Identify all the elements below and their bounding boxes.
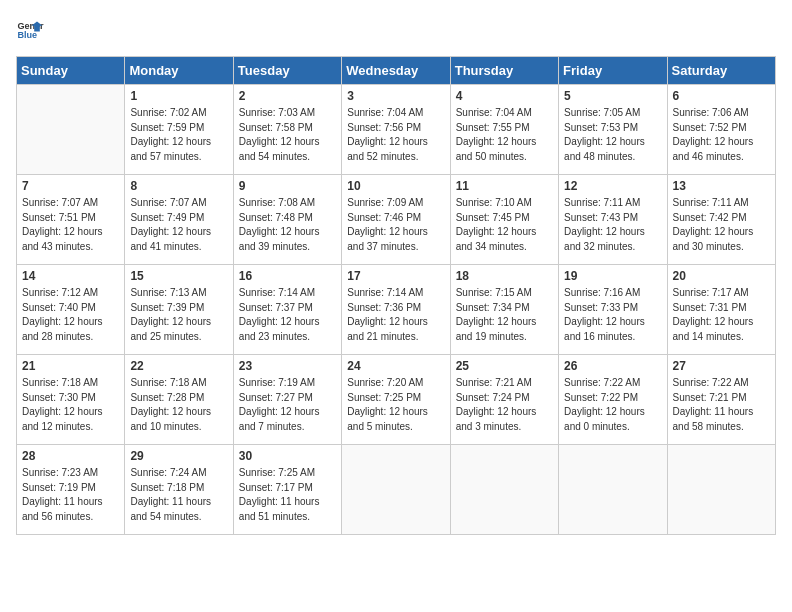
calendar-cell: 12Sunrise: 7:11 AM Sunset: 7:43 PM Dayli… bbox=[559, 175, 667, 265]
calendar-table: SundayMondayTuesdayWednesdayThursdayFrid… bbox=[16, 56, 776, 535]
day-info: Sunrise: 7:18 AM Sunset: 7:28 PM Dayligh… bbox=[130, 376, 227, 434]
day-number: 3 bbox=[347, 89, 444, 103]
day-number: 11 bbox=[456, 179, 553, 193]
day-info: Sunrise: 7:24 AM Sunset: 7:18 PM Dayligh… bbox=[130, 466, 227, 524]
day-header: Monday bbox=[125, 57, 233, 85]
calendar-cell: 4Sunrise: 7:04 AM Sunset: 7:55 PM Daylig… bbox=[450, 85, 558, 175]
calendar-week: 14Sunrise: 7:12 AM Sunset: 7:40 PM Dayli… bbox=[17, 265, 776, 355]
day-info: Sunrise: 7:20 AM Sunset: 7:25 PM Dayligh… bbox=[347, 376, 444, 434]
day-info: Sunrise: 7:12 AM Sunset: 7:40 PM Dayligh… bbox=[22, 286, 119, 344]
calendar-week: 28Sunrise: 7:23 AM Sunset: 7:19 PM Dayli… bbox=[17, 445, 776, 535]
calendar-cell: 1Sunrise: 7:02 AM Sunset: 7:59 PM Daylig… bbox=[125, 85, 233, 175]
day-number: 9 bbox=[239, 179, 336, 193]
day-info: Sunrise: 7:04 AM Sunset: 7:55 PM Dayligh… bbox=[456, 106, 553, 164]
day-number: 28 bbox=[22, 449, 119, 463]
calendar-cell: 13Sunrise: 7:11 AM Sunset: 7:42 PM Dayli… bbox=[667, 175, 775, 265]
day-info: Sunrise: 7:11 AM Sunset: 7:42 PM Dayligh… bbox=[673, 196, 770, 254]
calendar-cell: 6Sunrise: 7:06 AM Sunset: 7:52 PM Daylig… bbox=[667, 85, 775, 175]
day-number: 8 bbox=[130, 179, 227, 193]
calendar-cell: 10Sunrise: 7:09 AM Sunset: 7:46 PM Dayli… bbox=[342, 175, 450, 265]
day-info: Sunrise: 7:14 AM Sunset: 7:36 PM Dayligh… bbox=[347, 286, 444, 344]
day-info: Sunrise: 7:07 AM Sunset: 7:51 PM Dayligh… bbox=[22, 196, 119, 254]
day-header: Tuesday bbox=[233, 57, 341, 85]
day-number: 10 bbox=[347, 179, 444, 193]
day-number: 6 bbox=[673, 89, 770, 103]
calendar-cell: 9Sunrise: 7:08 AM Sunset: 7:48 PM Daylig… bbox=[233, 175, 341, 265]
day-info: Sunrise: 7:07 AM Sunset: 7:49 PM Dayligh… bbox=[130, 196, 227, 254]
page-header: General Blue bbox=[16, 16, 776, 44]
day-info: Sunrise: 7:13 AM Sunset: 7:39 PM Dayligh… bbox=[130, 286, 227, 344]
day-number: 17 bbox=[347, 269, 444, 283]
day-header: Sunday bbox=[17, 57, 125, 85]
calendar-cell: 14Sunrise: 7:12 AM Sunset: 7:40 PM Dayli… bbox=[17, 265, 125, 355]
day-info: Sunrise: 7:21 AM Sunset: 7:24 PM Dayligh… bbox=[456, 376, 553, 434]
day-number: 1 bbox=[130, 89, 227, 103]
day-header: Thursday bbox=[450, 57, 558, 85]
calendar-cell: 24Sunrise: 7:20 AM Sunset: 7:25 PM Dayli… bbox=[342, 355, 450, 445]
day-info: Sunrise: 7:05 AM Sunset: 7:53 PM Dayligh… bbox=[564, 106, 661, 164]
day-number: 16 bbox=[239, 269, 336, 283]
calendar-cell: 27Sunrise: 7:22 AM Sunset: 7:21 PM Dayli… bbox=[667, 355, 775, 445]
day-header: Wednesday bbox=[342, 57, 450, 85]
calendar-cell: 21Sunrise: 7:18 AM Sunset: 7:30 PM Dayli… bbox=[17, 355, 125, 445]
calendar-cell bbox=[342, 445, 450, 535]
calendar-cell: 23Sunrise: 7:19 AM Sunset: 7:27 PM Dayli… bbox=[233, 355, 341, 445]
calendar-cell: 19Sunrise: 7:16 AM Sunset: 7:33 PM Dayli… bbox=[559, 265, 667, 355]
day-info: Sunrise: 7:08 AM Sunset: 7:48 PM Dayligh… bbox=[239, 196, 336, 254]
calendar-cell: 15Sunrise: 7:13 AM Sunset: 7:39 PM Dayli… bbox=[125, 265, 233, 355]
day-number: 21 bbox=[22, 359, 119, 373]
day-info: Sunrise: 7:17 AM Sunset: 7:31 PM Dayligh… bbox=[673, 286, 770, 344]
calendar-cell: 7Sunrise: 7:07 AM Sunset: 7:51 PM Daylig… bbox=[17, 175, 125, 265]
calendar-cell bbox=[450, 445, 558, 535]
day-number: 30 bbox=[239, 449, 336, 463]
day-info: Sunrise: 7:09 AM Sunset: 7:46 PM Dayligh… bbox=[347, 196, 444, 254]
day-info: Sunrise: 7:19 AM Sunset: 7:27 PM Dayligh… bbox=[239, 376, 336, 434]
calendar-cell: 20Sunrise: 7:17 AM Sunset: 7:31 PM Dayli… bbox=[667, 265, 775, 355]
day-info: Sunrise: 7:03 AM Sunset: 7:58 PM Dayligh… bbox=[239, 106, 336, 164]
calendar-cell: 11Sunrise: 7:10 AM Sunset: 7:45 PM Dayli… bbox=[450, 175, 558, 265]
day-number: 27 bbox=[673, 359, 770, 373]
day-info: Sunrise: 7:06 AM Sunset: 7:52 PM Dayligh… bbox=[673, 106, 770, 164]
day-number: 22 bbox=[130, 359, 227, 373]
day-number: 4 bbox=[456, 89, 553, 103]
day-info: Sunrise: 7:04 AM Sunset: 7:56 PM Dayligh… bbox=[347, 106, 444, 164]
calendar-cell: 3Sunrise: 7:04 AM Sunset: 7:56 PM Daylig… bbox=[342, 85, 450, 175]
calendar-cell: 30Sunrise: 7:25 AM Sunset: 7:17 PM Dayli… bbox=[233, 445, 341, 535]
calendar-cell: 25Sunrise: 7:21 AM Sunset: 7:24 PM Dayli… bbox=[450, 355, 558, 445]
day-info: Sunrise: 7:16 AM Sunset: 7:33 PM Dayligh… bbox=[564, 286, 661, 344]
calendar-cell bbox=[667, 445, 775, 535]
day-info: Sunrise: 7:15 AM Sunset: 7:34 PM Dayligh… bbox=[456, 286, 553, 344]
day-header: Saturday bbox=[667, 57, 775, 85]
day-number: 24 bbox=[347, 359, 444, 373]
day-number: 26 bbox=[564, 359, 661, 373]
day-number: 5 bbox=[564, 89, 661, 103]
calendar-week: 7Sunrise: 7:07 AM Sunset: 7:51 PM Daylig… bbox=[17, 175, 776, 265]
day-header: Friday bbox=[559, 57, 667, 85]
calendar-cell: 26Sunrise: 7:22 AM Sunset: 7:22 PM Dayli… bbox=[559, 355, 667, 445]
calendar-cell: 8Sunrise: 7:07 AM Sunset: 7:49 PM Daylig… bbox=[125, 175, 233, 265]
day-number: 7 bbox=[22, 179, 119, 193]
calendar-cell: 2Sunrise: 7:03 AM Sunset: 7:58 PM Daylig… bbox=[233, 85, 341, 175]
calendar-week: 21Sunrise: 7:18 AM Sunset: 7:30 PM Dayli… bbox=[17, 355, 776, 445]
day-info: Sunrise: 7:22 AM Sunset: 7:21 PM Dayligh… bbox=[673, 376, 770, 434]
calendar-cell: 16Sunrise: 7:14 AM Sunset: 7:37 PM Dayli… bbox=[233, 265, 341, 355]
day-number: 15 bbox=[130, 269, 227, 283]
day-info: Sunrise: 7:10 AM Sunset: 7:45 PM Dayligh… bbox=[456, 196, 553, 254]
day-number: 20 bbox=[673, 269, 770, 283]
day-info: Sunrise: 7:02 AM Sunset: 7:59 PM Dayligh… bbox=[130, 106, 227, 164]
calendar-cell: 18Sunrise: 7:15 AM Sunset: 7:34 PM Dayli… bbox=[450, 265, 558, 355]
day-info: Sunrise: 7:11 AM Sunset: 7:43 PM Dayligh… bbox=[564, 196, 661, 254]
logo-icon: General Blue bbox=[16, 16, 44, 44]
day-number: 14 bbox=[22, 269, 119, 283]
calendar-cell: 22Sunrise: 7:18 AM Sunset: 7:28 PM Dayli… bbox=[125, 355, 233, 445]
day-info: Sunrise: 7:25 AM Sunset: 7:17 PM Dayligh… bbox=[239, 466, 336, 524]
svg-text:Blue: Blue bbox=[17, 30, 37, 40]
day-info: Sunrise: 7:23 AM Sunset: 7:19 PM Dayligh… bbox=[22, 466, 119, 524]
calendar-cell: 17Sunrise: 7:14 AM Sunset: 7:36 PM Dayli… bbox=[342, 265, 450, 355]
day-number: 13 bbox=[673, 179, 770, 193]
day-number: 2 bbox=[239, 89, 336, 103]
day-number: 25 bbox=[456, 359, 553, 373]
day-number: 12 bbox=[564, 179, 661, 193]
day-number: 19 bbox=[564, 269, 661, 283]
day-info: Sunrise: 7:18 AM Sunset: 7:30 PM Dayligh… bbox=[22, 376, 119, 434]
